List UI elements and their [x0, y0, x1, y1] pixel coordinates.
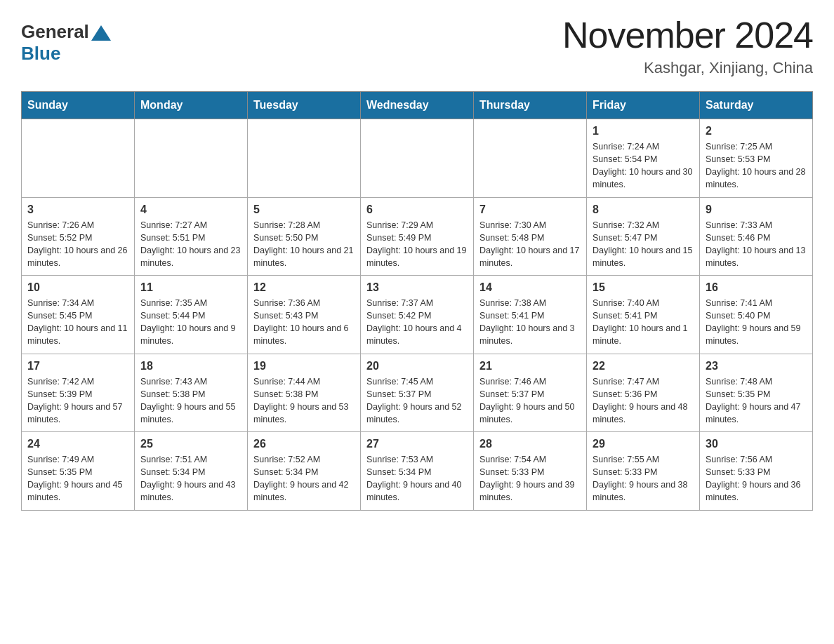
calendar-week-row: 3Sunrise: 7:26 AMSunset: 5:52 PMDaylight…	[22, 197, 813, 276]
day-info: Sunrise: 7:45 AMSunset: 5:37 PMDaylight:…	[366, 375, 468, 427]
day-number: 6	[366, 203, 468, 216]
day-number: 17	[27, 360, 128, 373]
weekday-header-wednesday: Wednesday	[361, 92, 474, 119]
calendar-week-row: 24Sunrise: 7:49 AMSunset: 5:35 PMDayligh…	[22, 432, 813, 511]
calendar-week-row: 10Sunrise: 7:34 AMSunset: 5:45 PMDayligh…	[22, 276, 813, 354]
day-number: 25	[140, 438, 241, 450]
day-info: Sunrise: 7:53 AMSunset: 5:34 PMDaylight:…	[366, 453, 468, 504]
calendar-cell: 19Sunrise: 7:44 AMSunset: 5:38 PMDayligh…	[248, 354, 361, 432]
day-info: Sunrise: 7:27 AMSunset: 5:51 PMDaylight:…	[140, 219, 241, 270]
calendar-cell: 13Sunrise: 7:37 AMSunset: 5:42 PMDayligh…	[361, 276, 474, 354]
day-number: 3	[27, 203, 128, 216]
title-section: November 2024 Kashgar, Xinjiang, China	[562, 14, 813, 77]
day-info: Sunrise: 7:44 AMSunset: 5:38 PMDaylight:…	[253, 375, 355, 427]
day-info: Sunrise: 7:42 AMSunset: 5:39 PMDaylight:…	[27, 375, 128, 427]
day-info: Sunrise: 7:48 AMSunset: 5:35 PMDaylight:…	[706, 375, 807, 427]
calendar-cell: 26Sunrise: 7:52 AMSunset: 5:34 PMDayligh…	[248, 432, 361, 511]
day-number: 29	[593, 438, 694, 450]
day-info: Sunrise: 7:52 AMSunset: 5:34 PMDaylight:…	[253, 453, 355, 504]
day-number: 22	[593, 360, 694, 373]
calendar-cell	[248, 119, 361, 198]
day-info: Sunrise: 7:32 AMSunset: 5:47 PMDaylight:…	[593, 219, 694, 270]
day-number: 13	[366, 281, 468, 294]
day-number: 23	[706, 360, 807, 373]
month-title: November 2024	[562, 14, 813, 56]
logo-blue-text: Blue	[21, 43, 60, 65]
calendar-cell: 15Sunrise: 7:40 AMSunset: 5:41 PMDayligh…	[587, 276, 700, 354]
weekday-header-friday: Friday	[587, 92, 700, 119]
day-number: 8	[593, 203, 694, 216]
calendar-cell: 30Sunrise: 7:56 AMSunset: 5:33 PMDayligh…	[700, 432, 813, 511]
calendar-cell: 17Sunrise: 7:42 AMSunset: 5:39 PMDayligh…	[22, 354, 135, 432]
day-number: 28	[479, 438, 581, 450]
day-info: Sunrise: 7:40 AMSunset: 5:41 PMDaylight:…	[593, 297, 694, 348]
day-info: Sunrise: 7:26 AMSunset: 5:52 PMDaylight:…	[27, 219, 128, 270]
calendar-cell: 5Sunrise: 7:28 AMSunset: 5:50 PMDaylight…	[248, 197, 361, 276]
day-info: Sunrise: 7:34 AMSunset: 5:45 PMDaylight:…	[27, 297, 128, 348]
calendar-cell: 27Sunrise: 7:53 AMSunset: 5:34 PMDayligh…	[361, 432, 474, 511]
day-info: Sunrise: 7:54 AMSunset: 5:33 PMDaylight:…	[479, 453, 581, 504]
day-number: 14	[479, 281, 581, 294]
logo: General Blue	[21, 21, 111, 65]
day-info: Sunrise: 7:49 AMSunset: 5:35 PMDaylight:…	[27, 453, 128, 504]
day-info: Sunrise: 7:29 AMSunset: 5:49 PMDaylight:…	[366, 219, 468, 270]
calendar-cell: 20Sunrise: 7:45 AMSunset: 5:37 PMDayligh…	[361, 354, 474, 432]
day-info: Sunrise: 7:35 AMSunset: 5:44 PMDaylight:…	[140, 297, 241, 348]
day-number: 5	[253, 203, 355, 216]
day-number: 7	[479, 203, 581, 216]
calendar-cell: 12Sunrise: 7:36 AMSunset: 5:43 PMDayligh…	[248, 276, 361, 354]
calendar-cell: 14Sunrise: 7:38 AMSunset: 5:41 PMDayligh…	[474, 276, 587, 354]
calendar-cell	[135, 119, 248, 198]
calendar-cell	[474, 119, 587, 198]
day-number: 24	[27, 438, 128, 450]
calendar-cell: 10Sunrise: 7:34 AMSunset: 5:45 PMDayligh…	[22, 276, 135, 354]
day-number: 26	[253, 438, 355, 450]
calendar-cell: 22Sunrise: 7:47 AMSunset: 5:36 PMDayligh…	[587, 354, 700, 432]
weekday-header-monday: Monday	[135, 92, 248, 119]
calendar-cell: 6Sunrise: 7:29 AMSunset: 5:49 PMDaylight…	[361, 197, 474, 276]
calendar-cell	[22, 119, 135, 198]
calendar-cell: 11Sunrise: 7:35 AMSunset: 5:44 PMDayligh…	[135, 276, 248, 354]
day-info: Sunrise: 7:36 AMSunset: 5:43 PMDaylight:…	[253, 297, 355, 348]
calendar-cell: 2Sunrise: 7:25 AMSunset: 5:53 PMDaylight…	[700, 119, 813, 198]
calendar-cell	[361, 119, 474, 198]
day-info: Sunrise: 7:56 AMSunset: 5:33 PMDaylight:…	[706, 453, 807, 504]
calendar-cell: 4Sunrise: 7:27 AMSunset: 5:51 PMDaylight…	[135, 197, 248, 276]
calendar-cell: 18Sunrise: 7:43 AMSunset: 5:38 PMDayligh…	[135, 354, 248, 432]
logo-triangle-icon	[91, 25, 111, 41]
calendar-cell: 3Sunrise: 7:26 AMSunset: 5:52 PMDaylight…	[22, 197, 135, 276]
day-number: 27	[366, 438, 468, 450]
calendar-cell: 29Sunrise: 7:55 AMSunset: 5:33 PMDayligh…	[587, 432, 700, 511]
day-info: Sunrise: 7:33 AMSunset: 5:46 PMDaylight:…	[706, 219, 807, 270]
page-header: General Blue November 2024 Kashgar, Xinj…	[21, 14, 813, 77]
day-number: 12	[253, 281, 355, 294]
day-number: 9	[706, 203, 807, 216]
day-number: 2	[706, 125, 807, 137]
day-number: 10	[27, 281, 128, 294]
day-number: 18	[140, 360, 241, 373]
location-title: Kashgar, Xinjiang, China	[562, 59, 813, 77]
calendar-week-row: 17Sunrise: 7:42 AMSunset: 5:39 PMDayligh…	[22, 354, 813, 432]
day-info: Sunrise: 7:43 AMSunset: 5:38 PMDaylight:…	[140, 375, 241, 427]
day-number: 4	[140, 203, 241, 216]
calendar-cell: 24Sunrise: 7:49 AMSunset: 5:35 PMDayligh…	[22, 432, 135, 511]
day-info: Sunrise: 7:47 AMSunset: 5:36 PMDaylight:…	[593, 375, 694, 427]
day-number: 20	[366, 360, 468, 373]
calendar-cell: 7Sunrise: 7:30 AMSunset: 5:48 PMDaylight…	[474, 197, 587, 276]
calendar-cell: 23Sunrise: 7:48 AMSunset: 5:35 PMDayligh…	[700, 354, 813, 432]
day-info: Sunrise: 7:37 AMSunset: 5:42 PMDaylight:…	[366, 297, 468, 348]
calendar-cell: 25Sunrise: 7:51 AMSunset: 5:34 PMDayligh…	[135, 432, 248, 511]
day-number: 1	[593, 125, 694, 137]
calendar-cell: 28Sunrise: 7:54 AMSunset: 5:33 PMDayligh…	[474, 432, 587, 511]
calendar-table: SundayMondayTuesdayWednesdayThursdayFrid…	[21, 91, 813, 511]
day-info: Sunrise: 7:28 AMSunset: 5:50 PMDaylight:…	[253, 219, 355, 270]
day-info: Sunrise: 7:55 AMSunset: 5:33 PMDaylight:…	[593, 453, 694, 504]
day-number: 30	[706, 438, 807, 450]
weekday-header-thursday: Thursday	[474, 92, 587, 119]
day-info: Sunrise: 7:51 AMSunset: 5:34 PMDaylight:…	[140, 453, 241, 504]
day-info: Sunrise: 7:24 AMSunset: 5:54 PMDaylight:…	[593, 140, 694, 192]
day-info: Sunrise: 7:38 AMSunset: 5:41 PMDaylight:…	[479, 297, 581, 348]
weekday-header-tuesday: Tuesday	[248, 92, 361, 119]
day-info: Sunrise: 7:25 AMSunset: 5:53 PMDaylight:…	[706, 140, 807, 192]
weekday-header-row: SundayMondayTuesdayWednesdayThursdayFrid…	[22, 92, 813, 119]
